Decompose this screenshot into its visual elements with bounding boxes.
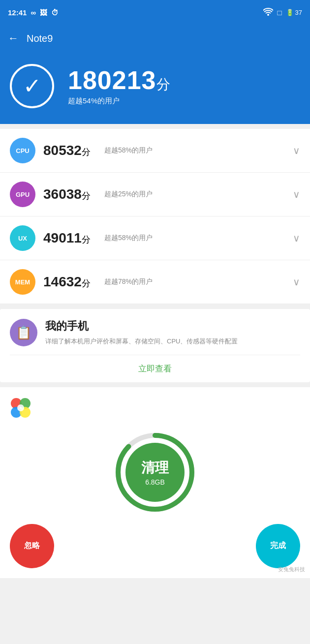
battery-icon: 🔋 37 — [286, 9, 302, 16]
gpu-icon: GPU — [10, 182, 35, 207]
score-item-ux: UX 49011分 超越58%的用户 ∨ — [0, 216, 310, 260]
time-display: 12:41 — [8, 8, 27, 17]
watermark: 安兔兔科技 — [278, 566, 305, 573]
my-phone-card: 📋 我的手机 详细了解本机用户评价和屏幕、存储空间、CPU、传感器等硬件配置 立… — [0, 309, 310, 382]
cpu-icon: CPU — [10, 138, 35, 163]
ux-icon: UX — [10, 225, 35, 251]
status-right: □ 🔋 37 — [263, 8, 302, 17]
status-left: 12:41 ∞ 🖼 ⏱ — [8, 8, 59, 17]
battery-level: 37 — [295, 9, 302, 16]
phone-card-inner: 📋 我的手机 详细了解本机用户评价和屏幕、存储空间、CPU、传感器等硬件配置 — [10, 319, 300, 347]
cpu-score: 80532分 — [43, 143, 91, 158]
gpu-score: 36038分 — [43, 186, 91, 202]
cpu-chevron-icon[interactable]: ∨ — [293, 145, 300, 156]
svg-point-4 — [17, 404, 24, 411]
app-logo — [10, 397, 31, 421]
mem-desc: 超越78%的用户 — [104, 277, 285, 286]
mem-icon: MEM — [10, 269, 35, 295]
score-list: CPU 80532分 超越58%的用户 ∨ GPU 36038分 超越25%的用… — [0, 129, 310, 304]
score-info: 180213分 超越54%的用户 — [68, 66, 171, 106]
score-item-cpu: CPU 80532分 超越58%的用户 ∨ — [0, 129, 310, 173]
score-item-gpu: GPU 36038分 超越25%的用户 ∨ — [0, 173, 310, 216]
ux-score: 49011分 — [43, 230, 91, 246]
phone-card-desc: 详细了解本机用户评价和屏幕、存储空间、CPU、传感器等硬件配置 — [45, 337, 238, 347]
phone-list-icon: 📋 — [16, 325, 31, 340]
clean-label: 清理 — [141, 459, 169, 477]
status-bar: 12:41 ∞ 🖼 ⏱ □ 🔋 37 — [0, 0, 310, 25]
clean-size: 6.8GB — [145, 478, 165, 486]
phone-icon-circle: 📋 — [10, 319, 37, 346]
clock-icon: ⏱ — [51, 8, 59, 17]
checkmark-icon: ✓ — [23, 75, 41, 97]
score-suffix: 分 — [156, 77, 171, 92]
phone-card-title: 我的手机 — [45, 319, 238, 334]
main-score: 180213分 — [68, 66, 171, 94]
image-icon: 🖼 — [40, 8, 47, 17]
score-subtitle: 超越54%的用户 — [68, 96, 171, 106]
signal-icon: □ — [277, 8, 281, 17]
clean-button[interactable]: 清理 6.8GB — [125, 443, 185, 502]
check-circle: ✓ — [10, 64, 54, 108]
gpu-chevron-icon[interactable]: ∨ — [293, 188, 300, 200]
ux-chevron-icon[interactable]: ∨ — [293, 232, 300, 244]
score-value: 180213 — [68, 66, 156, 94]
gpu-desc: 超越25%的用户 — [104, 190, 285, 199]
cleaner-section: 清理 6.8GB 忽略 完成 安兔兔科技 — [0, 387, 310, 578]
action-row: 忽略 完成 — [10, 524, 300, 568]
back-button[interactable]: ← — [8, 32, 19, 45]
ignore-button[interactable]: 忽略 — [10, 524, 54, 568]
title-bar: ← Note9 — [0, 25, 310, 52]
mem-chevron-icon[interactable]: ∨ — [293, 276, 300, 288]
clean-circle-container: 清理 6.8GB — [113, 430, 197, 514]
view-now-button[interactable]: 立即查看 — [10, 355, 300, 382]
score-header: ✓ 180213分 超越54%的用户 — [0, 52, 310, 124]
phone-text-block: 我的手机 详细了解本机用户评价和屏幕、存储空间、CPU、传感器等硬件配置 — [45, 319, 238, 347]
infinity-icon: ∞ — [31, 8, 36, 17]
cpu-desc: 超越58%的用户 — [104, 146, 285, 155]
complete-button[interactable]: 完成 — [256, 524, 300, 568]
mem-score: 14632分 — [43, 274, 91, 290]
ux-desc: 超越58%的用户 — [104, 234, 285, 243]
score-item-mem: MEM 14632分 超越78%的用户 ∨ — [0, 260, 310, 304]
page-title: Note9 — [27, 33, 53, 44]
wifi-icon — [263, 8, 273, 17]
